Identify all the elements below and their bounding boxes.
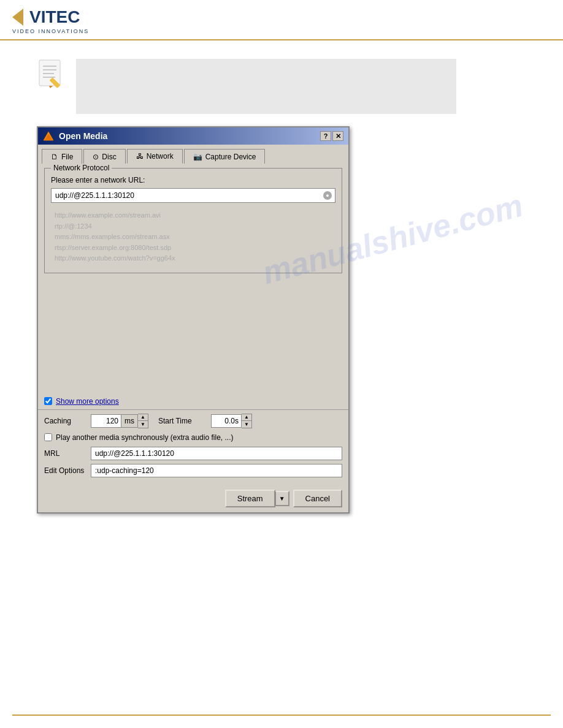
- suggestion-5: http://www.youtube.com/watch?v=gg64x: [55, 253, 332, 264]
- caching-unit: ms: [121, 414, 138, 428]
- vlc-icon: [43, 131, 54, 142]
- edit-options-label: Edit Options: [44, 466, 87, 475]
- close-button[interactable]: ✕: [332, 131, 343, 141]
- tab-capture-label: Capture Device: [205, 153, 256, 161]
- network-protocol-title: Network Protocol: [51, 164, 112, 172]
- caching-row: Caching ms ▲ ▼ Start Time ▲: [44, 414, 342, 428]
- url-input-wrapper: ●: [51, 188, 335, 203]
- url-suggestions: http://www.example.com/stream.avi rtp://…: [51, 208, 335, 267]
- large-empty-area: [44, 278, 342, 389]
- tab-disc[interactable]: ⊙ Disc: [83, 149, 125, 164]
- play-sync-label: Play another media synchronously (extra …: [56, 433, 233, 442]
- stream-button-group: Stream ▼: [225, 490, 289, 507]
- stream-button[interactable]: Stream: [225, 490, 275, 507]
- stream-dropdown-button[interactable]: ▼: [275, 491, 289, 506]
- tab-capture[interactable]: 📷 Capture Device: [184, 149, 266, 164]
- cancel-button[interactable]: Cancel: [293, 490, 342, 507]
- tab-disc-label: Disc: [102, 153, 116, 161]
- caching-down-arrow[interactable]: ▼: [138, 421, 148, 428]
- description-box: [76, 59, 456, 114]
- mrl-input[interactable]: [91, 447, 342, 460]
- help-button[interactable]: ?: [320, 131, 331, 141]
- suggestion-2: rtp://@:1234: [55, 221, 332, 232]
- page-footer: [12, 715, 551, 716]
- show-more-checkbox[interactable]: [44, 397, 52, 405]
- titlebar-buttons: ? ✕: [320, 131, 343, 141]
- network-protocol-group: Network Protocol Please enter a network …: [44, 168, 342, 273]
- play-sync-checkbox[interactable]: [44, 433, 52, 441]
- caching-arrows: ▲ ▼: [138, 414, 148, 428]
- caching-input[interactable]: [91, 414, 121, 428]
- play-sync-row: Play another media synchronously (extra …: [44, 433, 342, 442]
- dialog-titlebar: Open Media ? ✕: [38, 127, 348, 145]
- open-media-dialog: Open Media ? ✕ 🗋 File ⊙ Disc 🖧: [37, 126, 350, 514]
- show-more-row: Show more options: [38, 393, 348, 409]
- tab-bar: 🗋 File ⊙ Disc 🖧 Network 📷 Capture Device: [38, 145, 348, 163]
- logo-subtitle: VIDEO INNOVATIONS: [12, 28, 89, 34]
- start-time-spinner: ▲ ▼: [211, 414, 252, 428]
- page-header: VITEC VIDEO INNOVATIONS: [0, 0, 563, 40]
- tab-file-label: File: [61, 153, 73, 161]
- mrl-label: MRL: [44, 449, 87, 458]
- disc-tab-icon: ⊙: [93, 153, 99, 161]
- page-content: Open Media ? ✕ 🗋 File ⊙ Disc 🖧: [0, 40, 563, 532]
- tab-network-label: Network: [147, 152, 174, 161]
- file-tab-icon: 🗋: [51, 153, 58, 161]
- svg-marker-6: [49, 86, 53, 88]
- suggestion-4: rtsp://server.example.org:8080/test.sdp: [55, 243, 332, 254]
- dialog-footer: Stream ▼ Cancel: [38, 485, 348, 512]
- doc-area: [37, 59, 526, 114]
- titlebar-left: Open Media: [43, 131, 107, 142]
- edit-options-row: Edit Options: [44, 464, 342, 477]
- suggestion-3: mms://mms.examples.com/stream.asx: [55, 232, 332, 243]
- logo-arrow-icon: [12, 9, 23, 26]
- start-time-up-arrow[interactable]: ▲: [242, 414, 251, 421]
- suggestion-1: http://www.example.com/stream.avi: [55, 210, 332, 221]
- options-section: Caching ms ▲ ▼ Start Time ▲: [38, 409, 348, 485]
- start-time-label: Start Time: [158, 417, 201, 425]
- start-time-arrows: ▲ ▼: [242, 414, 252, 428]
- caching-spinner: ms ▲ ▼: [91, 414, 148, 428]
- document-icon: [37, 59, 66, 91]
- caching-label: Caching: [44, 417, 81, 425]
- start-time-input[interactable]: [211, 414, 242, 428]
- logo-area: VITEC VIDEO INNOVATIONS: [12, 7, 551, 34]
- url-clear-icon[interactable]: ●: [323, 191, 332, 200]
- logo: VITEC: [12, 7, 80, 27]
- show-more-label[interactable]: Show more options: [56, 397, 119, 406]
- tab-network[interactable]: 🖧 Network: [127, 149, 183, 164]
- edit-options-input[interactable]: [91, 464, 342, 477]
- mrl-row: MRL: [44, 447, 342, 460]
- start-time-down-arrow[interactable]: ▼: [242, 421, 251, 428]
- url-label: Please enter a network URL:: [51, 176, 335, 184]
- dialog-body: Network Protocol Please enter a network …: [38, 163, 348, 393]
- logo-name: VITEC: [29, 7, 80, 27]
- dialog-title: Open Media: [59, 131, 107, 141]
- network-tab-icon: 🖧: [136, 152, 144, 161]
- url-input[interactable]: [51, 188, 335, 203]
- capture-tab-icon: 📷: [193, 153, 202, 161]
- dialog-wrapper: Open Media ? ✕ 🗋 File ⊙ Disc 🖧: [37, 126, 526, 514]
- caching-up-arrow[interactable]: ▲: [138, 414, 148, 421]
- tab-file[interactable]: 🗋 File: [42, 149, 82, 164]
